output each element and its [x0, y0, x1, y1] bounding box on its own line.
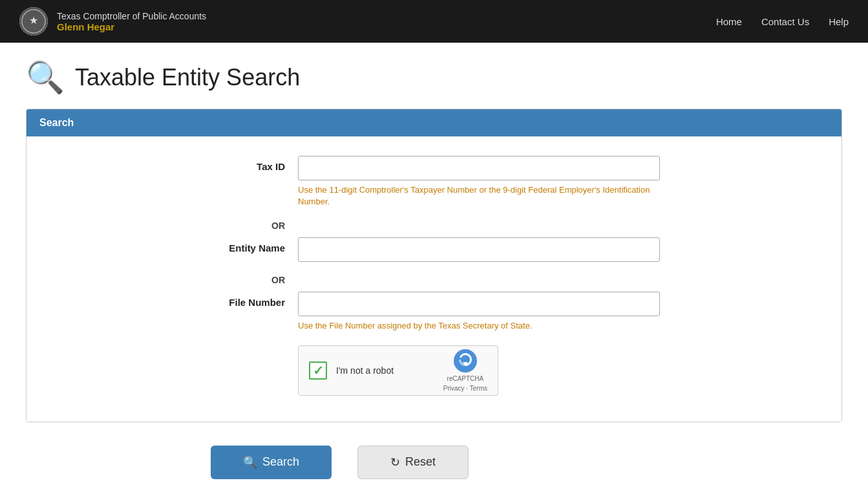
tax-id-label: Tax ID — [52, 156, 298, 172]
or-label-1: OR — [52, 221, 298, 231]
reset-button[interactable]: ↻ Reset — [357, 446, 469, 479]
header-title-block: Texas Comptroller of Public Accounts Gle… — [57, 11, 206, 32]
agency-name: Texas Comptroller of Public Accounts — [57, 11, 206, 21]
reset-button-icon: ↻ — [390, 455, 400, 469]
recaptcha-left: ✓ I'm not a robot — [309, 361, 394, 380]
recaptcha-brand-label: reCAPTCHA — [447, 375, 484, 382]
page-content: 🔍 Taxable Entity Search Search Tax ID Us… — [0, 43, 868, 496]
entity-name-row: Entity Name — [52, 237, 816, 262]
nav-home[interactable]: Home — [716, 16, 742, 27]
nav-help[interactable]: Help — [829, 16, 849, 27]
person-name: Glenn Hegar — [57, 21, 206, 32]
search-button-label: Search — [262, 455, 299, 469]
or-label-2: OR — [52, 275, 298, 285]
state-seal-logo: ★ — [19, 7, 48, 36]
svg-point-3 — [454, 349, 477, 372]
file-number-input[interactable] — [298, 292, 660, 316]
file-number-hint: Use the File Number assigned by the Texa… — [298, 320, 660, 332]
recaptcha-terms-link[interactable]: Terms — [470, 385, 487, 392]
or-row-1: OR — [52, 221, 816, 231]
tax-id-row: Tax ID Use the 11-digit Comptroller's Ta… — [52, 156, 816, 208]
search-panel: Search Tax ID Use the 11-digit Comptroll… — [26, 109, 842, 422]
search-panel-body: Tax ID Use the 11-digit Comptroller's Ta… — [26, 136, 842, 422]
page-title-row: 🔍 Taxable Entity Search — [26, 62, 842, 93]
entity-name-input[interactable] — [298, 237, 660, 262]
recaptcha-links: Privacy · Terms — [443, 385, 487, 392]
search-icon: 🔍 — [26, 62, 65, 93]
tax-id-hint: Use the 11-digit Comptroller's Taxpayer … — [298, 184, 660, 208]
or-row-2: OR — [52, 275, 816, 285]
search-panel-header: Search — [26, 109, 842, 136]
svg-text:★: ★ — [29, 15, 38, 26]
header: ★ Texas Comptroller of Public Accounts G… — [0, 0, 868, 43]
file-number-label: File Number — [52, 292, 298, 308]
tax-id-field-col: Use the 11-digit Comptroller's Taxpayer … — [298, 156, 660, 208]
recaptcha-checkmark-icon: ✓ — [313, 363, 324, 378]
entity-name-field-col — [298, 237, 660, 262]
recaptcha-label: I'm not a robot — [336, 365, 394, 376]
entity-name-label: Entity Name — [52, 237, 298, 253]
file-number-field-col: Use the File Number assigned by the Texa… — [298, 292, 660, 332]
recaptcha-logo-icon — [454, 349, 477, 372]
main-nav: Home Contact Us Help — [716, 16, 849, 27]
bottom-buttons: 🔍 Search ↻ Reset — [26, 446, 842, 479]
nav-contact-us[interactable]: Contact Us — [761, 16, 809, 27]
header-left: ★ Texas Comptroller of Public Accounts G… — [19, 7, 206, 36]
search-panel-label: Search — [39, 117, 74, 128]
page-title: Taxable Entity Search — [75, 64, 300, 91]
search-button[interactable]: 🔍 Search — [211, 446, 332, 479]
recaptcha-checkbox: ✓ — [309, 361, 327, 380]
tax-id-input[interactable] — [298, 156, 660, 180]
search-button-icon: 🔍 — [243, 455, 257, 469]
recaptcha-widget[interactable]: ✓ I'm not a robot reCAPTCHA Privacy — [298, 345, 498, 396]
reset-button-label: Reset — [405, 455, 436, 469]
file-number-row: File Number Use the File Number assigned… — [52, 292, 816, 332]
recaptcha-privacy-link[interactable]: Privacy — [443, 385, 465, 392]
recaptcha-right: reCAPTCHA Privacy · Terms — [443, 349, 487, 392]
